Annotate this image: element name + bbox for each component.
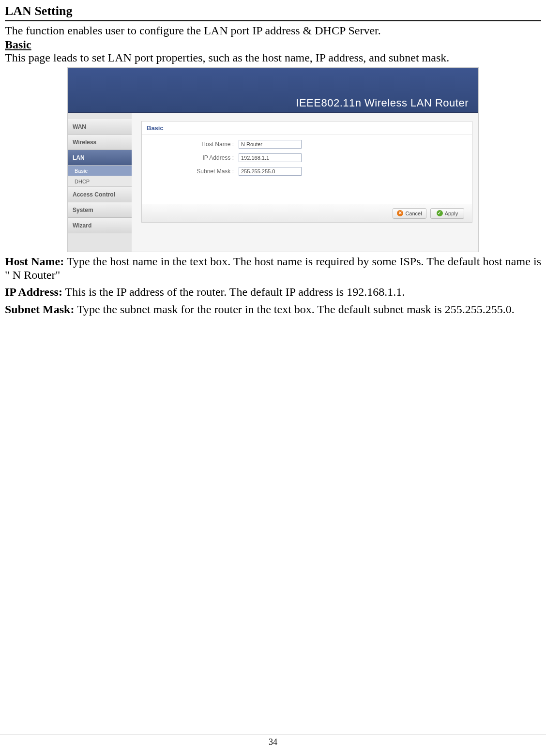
sidebar-item-label: LAN: [73, 154, 85, 161]
sidebar-item-wan[interactable]: WAN: [68, 119, 132, 135]
label-subnetmask: Subnet Mask :: [142, 168, 239, 175]
sidebar-item-lan[interactable]: LAN: [68, 150, 132, 166]
sidebar-item-label: Wireless: [73, 139, 96, 146]
sidebar-subitem-label: DHCP: [75, 179, 90, 184]
intro-text: The function enables user to configure t…: [5, 24, 541, 37]
app-body: WAN Wireless LAN Basic DHCP Access Contr…: [68, 113, 478, 252]
form-row-hostname: Host Name :: [142, 140, 472, 149]
sidebar: WAN Wireless LAN Basic DHCP Access Contr…: [68, 113, 132, 252]
sidebar-subitem-dhcp[interactable]: DHCP: [68, 176, 132, 187]
router-banner: IEEE802.11n Wireless LAN Router: [68, 68, 478, 113]
sidebar-item-wireless[interactable]: Wireless: [68, 135, 132, 150]
sidebar-item-system[interactable]: System: [68, 202, 132, 218]
def-ipaddress-label: IP Address:: [5, 286, 62, 298]
form-row-subnetmask: Subnet Mask :: [142, 167, 472, 176]
button-row: ✕ Cancel ✓ Apply: [142, 204, 472, 222]
sidebar-item-label: Access Control: [73, 191, 115, 198]
apply-icon: ✓: [437, 210, 443, 216]
cancel-label: Cancel: [405, 211, 422, 216]
apply-button[interactable]: ✓ Apply: [430, 208, 464, 219]
form-row-ipaddress: IP Address :: [142, 153, 472, 162]
input-subnetmask[interactable]: [239, 167, 302, 176]
label-hostname: Host Name :: [142, 141, 239, 148]
sidebar-item-label: Wizard: [73, 222, 91, 229]
input-hostname[interactable]: [239, 140, 302, 149]
router-admin-screenshot: IEEE802.11n Wireless LAN Router WAN Wire…: [67, 67, 479, 252]
def-ipaddress: IP Address: This is the IP address of th…: [5, 286, 541, 299]
input-ipaddress[interactable]: [239, 153, 302, 162]
page-title: LAN Setting: [5, 4, 541, 21]
def-hostname: Host Name: Type the host name in the tex…: [5, 255, 541, 282]
cancel-icon: ✕: [397, 210, 403, 216]
sidebar-item-label: System: [73, 207, 93, 213]
main-area: Basic Host Name : IP Address : Subnet Ma…: [132, 113, 478, 252]
def-subnetmask-text: Type the subnet mask for the router in t…: [74, 303, 514, 316]
sub-heading: Basic: [5, 38, 541, 51]
sidebar-item-access-control[interactable]: Access Control: [68, 187, 132, 202]
cancel-button[interactable]: ✕ Cancel: [393, 208, 426, 219]
sub-desc: This page leads to set LAN port properti…: [5, 51, 541, 64]
banner-title: IEEE802.11n Wireless LAN Router: [296, 97, 469, 109]
def-hostname-label: Host Name:: [5, 255, 64, 268]
sidebar-subitem-label: Basic: [75, 168, 88, 174]
page-number: 34: [0, 735, 546, 747]
sidebar-subitem-basic[interactable]: Basic: [68, 166, 132, 176]
def-hostname-text: Type the host name in the text box. The …: [5, 255, 541, 281]
panel-title: Basic: [142, 121, 472, 135]
label-ipaddress: IP Address :: [142, 154, 239, 161]
sidebar-item-label: WAN: [73, 123, 86, 130]
def-subnetmask-label: Subnet Mask:: [5, 303, 74, 316]
apply-label: Apply: [445, 211, 458, 216]
basic-panel: Basic Host Name : IP Address : Subnet Ma…: [141, 121, 472, 223]
def-ipaddress-text: This is the IP address of the router. Th…: [62, 286, 405, 298]
def-subnetmask: Subnet Mask: Type the subnet mask for th…: [5, 303, 541, 317]
sidebar-item-wizard[interactable]: Wizard: [68, 218, 132, 233]
